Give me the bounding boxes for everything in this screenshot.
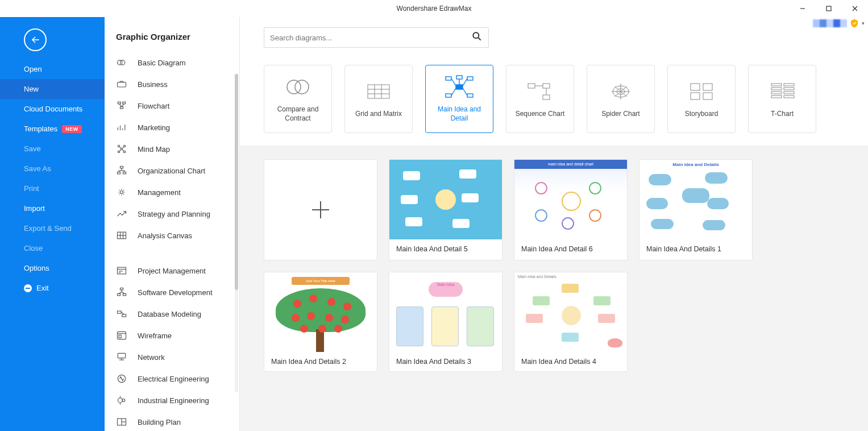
window-controls bbox=[790, 0, 868, 17]
svg-rect-95 bbox=[703, 84, 712, 90]
maximize-button[interactable] bbox=[816, 0, 842, 17]
template-card[interactable]: Main Idea And Detail 5 bbox=[389, 159, 502, 260]
nav-item-options[interactable]: Options bbox=[0, 258, 105, 278]
svg-rect-99 bbox=[784, 84, 794, 86]
category-item-wireframe[interactable]: Wireframe bbox=[105, 325, 239, 346]
svg-rect-104 bbox=[771, 96, 782, 98]
svg-point-21 bbox=[121, 148, 122, 150]
nav-item-exit[interactable]: Exit bbox=[0, 278, 105, 298]
nav-item-save[interactable]: Save bbox=[0, 139, 105, 159]
nav-item-save-as[interactable]: Save As bbox=[0, 159, 105, 179]
template-thumb: Main Idea and Details bbox=[514, 272, 627, 352]
electrical-engineering-icon bbox=[116, 373, 127, 384]
svg-line-22 bbox=[120, 147, 121, 148]
svg-rect-28 bbox=[123, 172, 126, 174]
category-item-mind-map[interactable]: Mind Map bbox=[105, 138, 239, 160]
mind-map-icon bbox=[116, 143, 127, 155]
category-item-label: Flowchart bbox=[138, 102, 169, 110]
svg-point-18 bbox=[123, 145, 125, 147]
analysis-canvas-icon bbox=[116, 230, 127, 241]
search-input[interactable] bbox=[270, 34, 471, 42]
template-caption: Main Idea And Details 4 bbox=[514, 352, 627, 371]
exit-icon bbox=[24, 284, 32, 292]
svg-line-25 bbox=[123, 150, 124, 151]
category-item-industrial-engineering[interactable]: Industrial Engineering bbox=[105, 389, 239, 411]
blank-template-card[interactable] bbox=[264, 159, 377, 260]
type-card-tchart[interactable]: T-Chart bbox=[748, 65, 816, 133]
network-icon bbox=[116, 351, 127, 363]
type-card-grid[interactable]: Grid and Matrix bbox=[344, 65, 413, 133]
svg-rect-72 bbox=[456, 85, 463, 89]
type-card-spider[interactable]: Spider Chart bbox=[587, 65, 655, 133]
svg-line-80 bbox=[463, 78, 467, 86]
type-card-label: T-Chart bbox=[767, 110, 797, 119]
search-box[interactable] bbox=[264, 27, 489, 48]
svg-rect-1 bbox=[827, 6, 831, 11]
category-item-strategy-and-planning[interactable]: Strategy and Planning bbox=[105, 203, 239, 225]
category-item-flowchart[interactable]: Flowchart bbox=[105, 95, 239, 117]
nav-item-print[interactable]: Print bbox=[0, 179, 105, 198]
category-sidebar: Graphic Organizer Basic DiagramBusinessF… bbox=[105, 17, 240, 431]
template-card[interactable]: Main Idea and DetailsMain Idea And Detai… bbox=[639, 159, 753, 260]
tchart-icon bbox=[765, 79, 799, 104]
category-item-label: Business bbox=[138, 80, 168, 89]
category-item-label: Database Modeling bbox=[138, 310, 201, 318]
type-card-sequence[interactable]: Sequence Chart bbox=[506, 65, 574, 133]
category-item-analysis-canvas[interactable]: Analysis Canvas bbox=[105, 225, 239, 246]
category-item-management[interactable]: Management bbox=[105, 181, 239, 203]
nav-item-cloud-documents[interactable]: Cloud Documents bbox=[0, 99, 105, 119]
template-card[interactable]: Main IdeaMain Idea And Details 3 bbox=[389, 272, 502, 372]
svg-rect-96 bbox=[691, 93, 700, 100]
nav-item-label: Options bbox=[24, 264, 49, 272]
svg-rect-48 bbox=[118, 311, 122, 313]
type-card-mainidea[interactable]: Main Idea and Detail bbox=[425, 65, 493, 133]
nav-item-label: New bbox=[24, 85, 39, 93]
user-badge[interactable]: ▾ bbox=[813, 18, 865, 28]
scrollbar-thumb[interactable] bbox=[235, 74, 238, 290]
category-item-network[interactable]: Network bbox=[105, 346, 239, 368]
nav-item-open[interactable]: Open bbox=[0, 59, 105, 79]
category-item-business[interactable]: Business bbox=[105, 73, 239, 95]
category-item-building-plan[interactable]: Building Plan bbox=[105, 411, 239, 431]
svg-point-33 bbox=[121, 191, 123, 194]
svg-point-65 bbox=[287, 80, 301, 94]
nav-item-close[interactable]: Close bbox=[0, 238, 105, 258]
category-item-basic-diagram[interactable]: Basic Diagram bbox=[105, 52, 239, 73]
nav-item-templates[interactable]: TemplatesNEW bbox=[0, 119, 105, 139]
template-card[interactable]: Main Idea and DetailsMain Idea And Detai… bbox=[514, 272, 628, 372]
nav-item-label: Export & Send bbox=[24, 224, 72, 233]
category-scrollbar[interactable] bbox=[235, 74, 238, 392]
close-button[interactable] bbox=[842, 0, 868, 17]
svg-point-66 bbox=[295, 80, 309, 94]
type-card-label: Sequence Chart bbox=[512, 110, 568, 119]
svg-rect-73 bbox=[446, 77, 451, 80]
type-card-compare[interactable]: Compare and Contract bbox=[264, 65, 332, 133]
template-thumb: Main Idea and Details bbox=[639, 160, 752, 239]
template-thumb bbox=[389, 160, 502, 239]
type-card-storyboard[interactable]: Storyboard bbox=[667, 65, 736, 133]
minimize-button[interactable] bbox=[790, 0, 816, 17]
template-card[interactable]: main idea and detail chartMain Idea And … bbox=[514, 159, 628, 260]
category-item-project-management[interactable]: Project Management bbox=[105, 260, 239, 281]
nav-item-new[interactable]: New bbox=[0, 79, 105, 99]
category-item-electrical-engineering[interactable]: Electrical Engineering bbox=[105, 368, 239, 389]
template-caption: Main Idea And Detail 6 bbox=[514, 239, 627, 259]
category-item-label: Electrical Engineering bbox=[138, 375, 209, 383]
back-button[interactable] bbox=[24, 28, 47, 51]
category-item-organizational-chart[interactable]: Organizational Chart bbox=[105, 160, 239, 181]
mainidea-icon bbox=[442, 74, 476, 100]
content-area: Compare and ContractGrid and MatrixMain … bbox=[240, 17, 868, 431]
category-item-label: Wireframe bbox=[138, 331, 172, 340]
template-card[interactable]: Add Your Title HereMain Idea And Details… bbox=[264, 272, 377, 372]
category-item-database-modeling[interactable]: Database Modeling bbox=[105, 303, 239, 325]
nav-item-export-send[interactable]: Export & Send bbox=[0, 218, 105, 238]
organizational-chart-icon bbox=[116, 165, 127, 176]
svg-line-24 bbox=[120, 150, 121, 151]
category-item-marketing[interactable]: Marketing bbox=[105, 117, 239, 138]
titlebar: Wondershare EdrawMax bbox=[0, 0, 868, 17]
flowchart-icon bbox=[116, 100, 127, 111]
svg-line-81 bbox=[451, 88, 456, 96]
category-item-software-development[interactable]: Software Development bbox=[105, 281, 239, 303]
search-icon[interactable] bbox=[471, 31, 483, 44]
nav-item-import[interactable]: Import bbox=[0, 198, 105, 218]
